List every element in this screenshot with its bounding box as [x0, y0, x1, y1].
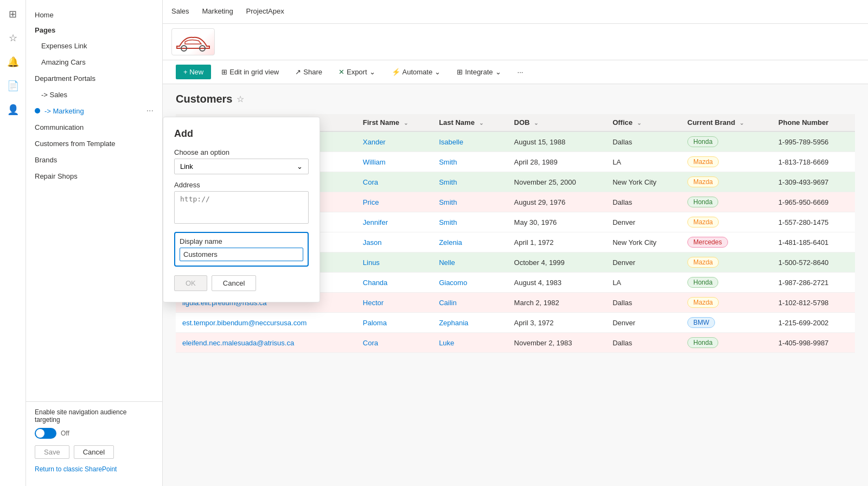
new-button[interactable]: + New	[176, 65, 211, 79]
cell-phone: 1-557-280-1475	[772, 212, 855, 232]
brand-badge: Honda	[687, 277, 718, 288]
sidebar-sales-label: -> Sales	[41, 91, 67, 99]
cell-brand: Honda	[681, 192, 772, 212]
first-name-value[interactable]: Jennifer	[363, 218, 388, 226]
last-name-value[interactable]: Giacomo	[439, 279, 467, 287]
edit-grid-button[interactable]: ⊞ Edit in grid view	[215, 65, 285, 79]
cell-phone: 1-500-572-8640	[772, 253, 855, 273]
email-value[interactable]: est.tempor.bibendum@neccursusa.com	[182, 319, 307, 327]
option-select[interactable]: Link ⌄	[174, 159, 309, 174]
content-area: Customers ☆ First Name ⌄ Last Name ⌄ DOB…	[163, 84, 868, 486]
cell-last: Smith	[432, 212, 507, 232]
sort-office-icon: ⌄	[637, 120, 641, 126]
sidebar-item-expenses[interactable]: Expenses Link ···	[26, 37, 162, 54]
cell-last: Zephania	[432, 313, 507, 333]
last-name-value[interactable]: Nelle	[439, 258, 455, 267]
last-name-value[interactable]: Cailin	[439, 299, 457, 307]
sort-first-icon: ⌄	[404, 120, 408, 126]
first-name-value[interactable]: Xander	[363, 138, 386, 146]
brand-badge: Mazda	[687, 156, 719, 167]
col-last-name[interactable]: Last Name ⌄	[432, 114, 507, 131]
cell-dob: November 2, 1983	[508, 333, 607, 353]
last-name-value[interactable]: Smith	[439, 158, 457, 166]
cancel-modal-button[interactable]: Cancel	[212, 275, 256, 291]
sidebar-item-department-portals[interactable]: Department Portals ···	[26, 70, 162, 86]
automate-chevron-icon: ⌄	[435, 68, 441, 76]
first-name-value[interactable]: Hector	[363, 299, 384, 307]
cell-phone: 1-813-718-6669	[772, 152, 855, 172]
first-name-value[interactable]: Cora	[363, 178, 378, 186]
sidebar-item-repair-shops[interactable]: Repair Shops ···	[26, 168, 162, 184]
cell-last: Isabelle	[432, 131, 507, 152]
sidebar-comm-label: Communication	[35, 123, 84, 131]
sidebar-dept-label: Department Portals	[35, 74, 95, 83]
col-first-name[interactable]: First Name ⌄	[356, 114, 432, 131]
col-dob[interactable]: DOB ⌄	[508, 114, 607, 131]
return-classic-link[interactable]: Return to classic SharePoint	[35, 465, 154, 473]
first-name-value[interactable]: Jason	[363, 238, 382, 247]
brand-badge: Mazda	[687, 297, 719, 308]
tab-sales[interactable]: Sales	[171, 7, 189, 16]
sidebar-item-communication[interactable]: Communication ···	[26, 119, 162, 135]
favorite-star-icon[interactable]: ☆	[237, 94, 244, 104]
cell-email: eleifend.nec.malesuada@atrisus.ca	[176, 333, 356, 353]
user-icon[interactable]: 👤	[3, 100, 23, 119]
page-title: Customers	[176, 93, 232, 105]
cell-office: New York City	[606, 172, 681, 192]
sidebar-marketing-dots[interactable]: ···	[146, 106, 154, 116]
save-button[interactable]: Save	[35, 445, 69, 459]
export-button[interactable]: ✕ Export ⌄	[333, 65, 381, 79]
cell-dob: March 2, 1982	[508, 293, 607, 313]
sidebar-item-home[interactable]: Home ···	[26, 7, 162, 23]
home-icon[interactable]: ⊞	[3, 4, 23, 24]
first-name-value[interactable]: Chanda	[363, 279, 388, 287]
integrate-chevron-icon: ⌄	[495, 68, 501, 76]
first-name-value[interactable]: Paloma	[363, 319, 387, 327]
col-phone: Phone Number	[772, 114, 855, 131]
last-name-value[interactable]: Zephania	[439, 319, 468, 327]
star-icon[interactable]: ☆	[3, 28, 23, 48]
first-name-value[interactable]: Cora	[363, 339, 378, 347]
tab-marketing[interactable]: Marketing	[202, 7, 233, 16]
brand-badge: Honda	[687, 136, 718, 147]
cancel-sidebar-button[interactable]: Cancel	[74, 445, 114, 459]
last-name-value[interactable]: Isabelle	[439, 138, 463, 146]
sidebar-brands-label: Brands	[35, 156, 57, 164]
cell-office: Dallas	[606, 293, 681, 313]
tab-projectapex[interactable]: ProjectApex	[246, 7, 284, 16]
sidebar-item-marketing[interactable]: -> Marketing ···	[26, 103, 162, 119]
ok-button[interactable]: OK	[174, 275, 207, 291]
share-button[interactable]: ↗ Share	[289, 65, 328, 79]
sidebar-item-amazing-cars[interactable]: Amazing Cars ···	[26, 54, 162, 70]
pages-icon[interactable]: 📄	[3, 76, 23, 96]
cell-dob: October 4, 1999	[508, 253, 607, 273]
cell-last: Luke	[432, 333, 507, 353]
last-name-value[interactable]: Smith	[439, 178, 457, 186]
automate-button[interactable]: ⚡ Automate ⌄	[386, 65, 447, 79]
first-name-value[interactable]: Price	[363, 198, 379, 206]
last-name-value[interactable]: Zelenia	[439, 238, 462, 247]
sidebar-item-customers-template[interactable]: Customers from Template ···	[26, 135, 162, 152]
audience-title-label: Enable site navigation audience targetin…	[35, 408, 154, 424]
display-name-input[interactable]	[180, 248, 303, 261]
last-name-value[interactable]: Luke	[439, 339, 454, 347]
cell-phone: 1-481-185-6401	[772, 232, 855, 253]
integrate-button[interactable]: ⊞ Integrate ⌄	[451, 65, 507, 79]
col-office[interactable]: Office ⌄	[606, 114, 681, 131]
col-brand[interactable]: Current Brand ⌄	[681, 114, 772, 131]
audience-toggle[interactable]	[35, 428, 56, 439]
sidebar-item-sales[interactable]: -> Sales ···	[26, 86, 162, 103]
share-icon: ↗	[295, 68, 301, 76]
first-name-value[interactable]: Linus	[363, 258, 380, 267]
cell-office: New York City	[606, 232, 681, 253]
cell-brand: Mazda	[681, 172, 772, 192]
email-value[interactable]: eleifend.nec.malesuada@atrisus.ca	[182, 339, 294, 347]
more-button[interactable]: ···	[512, 65, 529, 79]
bell-icon[interactable]: 🔔	[3, 52, 23, 72]
first-name-value[interactable]: William	[363, 158, 386, 166]
sidebar-item-brands[interactable]: Brands ···	[26, 152, 162, 168]
address-input[interactable]	[174, 191, 309, 224]
last-name-value[interactable]: Smith	[439, 198, 457, 206]
last-name-value[interactable]: Smith	[439, 218, 457, 226]
main-area: Sales Marketing ProjectApex + New ⊞ Edit…	[163, 0, 868, 486]
